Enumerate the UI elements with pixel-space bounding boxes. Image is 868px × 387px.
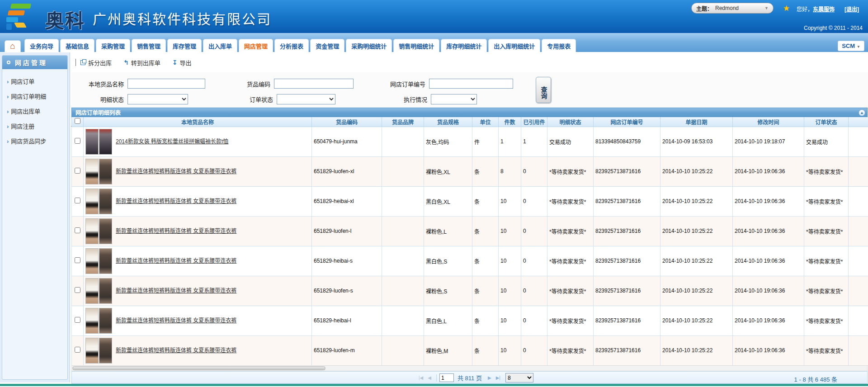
product-name-link[interactable]: 新款蕾丝连体裤短裤韩版连体裤 女夏系腰带连衣裤 (116, 317, 236, 324)
product-image[interactable] (99, 278, 112, 304)
row-checkbox[interactable] (75, 168, 80, 174)
nav-tab-1[interactable]: 基础信息 (60, 39, 94, 52)
column-header-order_no[interactable]: 网店订单编号 (594, 117, 660, 127)
collapse-icon[interactable]: ▲ (859, 109, 865, 116)
cell-order_no: 823925713871616 (594, 186, 660, 216)
nav-tab-10[interactable]: 销售明细统计 (393, 39, 439, 52)
sidebar-item-2[interactable]: ›网店出库单 (7, 104, 67, 118)
scrollbar-thumb[interactable] (72, 366, 326, 370)
next-page-icon[interactable]: ▶ (488, 375, 491, 380)
product-name-link[interactable]: 2014新款女装 韩版宽松蕾丝接拼蝙蝠袖长款t恤 (116, 138, 228, 145)
sidebar-item-1[interactable]: ›网店订单明细 (7, 89, 67, 104)
product-image[interactable] (85, 189, 99, 214)
column-header-name[interactable]: 本地货品名称 (84, 117, 312, 127)
product-image[interactable] (99, 338, 112, 363)
product-cell: 新款蕾丝连体裤短裤韩版连体裤 女夏系腰带连衣裤 (85, 338, 310, 363)
page-number-input[interactable] (439, 373, 454, 382)
product-image[interactable] (85, 248, 99, 274)
row-checkbox[interactable] (75, 347, 80, 353)
product-name-link[interactable]: 新款蕾丝连体裤短裤韩版连体裤 女夏系腰带连衣裤 (116, 198, 236, 205)
sidebar-item-3[interactable]: ›网店注册 (7, 118, 67, 133)
product-image[interactable] (99, 189, 112, 214)
product-image[interactable] (99, 218, 112, 244)
product-image[interactable] (99, 129, 112, 155)
nav-tab-2[interactable]: 采购管理 (96, 39, 130, 52)
product-image[interactable] (85, 218, 99, 244)
column-header-spec[interactable]: 货品规格 (424, 117, 472, 127)
nav-tab-13[interactable]: 专用报表 (542, 39, 576, 52)
column-header-brand[interactable]: 货品品牌 (382, 117, 424, 127)
column-header-unit[interactable]: 单位 (472, 117, 499, 127)
search-button[interactable]: 查询 (536, 77, 551, 103)
filter-input-0[interactable] (127, 79, 205, 89)
page-size-select[interactable]: 8 (505, 373, 533, 382)
sidebar-item-label: 网店订单 (11, 78, 34, 85)
filter-input-2[interactable] (429, 79, 513, 89)
nav-tab-8[interactable]: 资金管理 (310, 39, 344, 52)
column-header-qty[interactable]: 件数 (499, 117, 521, 127)
column-header-code[interactable]: 货品编码 (312, 117, 382, 127)
column-header-modified[interactable]: 修改时间 (733, 117, 804, 127)
nav-tab-11[interactable]: 库存明细统计 (441, 39, 487, 52)
toolbar-button-0[interactable]: 拆分出库 (80, 58, 112, 67)
product-image[interactable] (85, 338, 99, 363)
column-header-extra[interactable]: 退 (849, 117, 868, 127)
nav-tab-9[interactable]: 采购明细统计 (346, 39, 392, 52)
theme-selector[interactable]: 主题： Redmond ▼ (691, 3, 774, 14)
row-checkbox[interactable] (75, 227, 80, 233)
row-checkbox[interactable] (75, 317, 80, 323)
prev-page-icon[interactable]: ◀ (428, 375, 431, 380)
product-name-link[interactable]: 新款蕾丝连体裤短裤韩版连体裤 女夏系腰带连衣裤 (116, 228, 236, 235)
product-image[interactable] (85, 308, 99, 334)
scm-button[interactable]: SCM▼ (838, 41, 864, 51)
product-image[interactable] (85, 129, 99, 155)
filter-input-1[interactable] (274, 79, 354, 89)
last-page-icon[interactable]: ▶| (496, 375, 500, 380)
home-tab[interactable]: ⌂ (5, 40, 21, 52)
row-checkbox[interactable] (75, 198, 80, 203)
filter-select-0[interactable] (127, 94, 188, 104)
horizontal-scrollbar[interactable] (71, 365, 868, 371)
product-name-link[interactable]: 新款蕾丝连体裤短裤韩版连体裤 女夏系腰带连衣裤 (116, 258, 236, 264)
logout-link[interactable]: [退出] (844, 5, 859, 13)
chevron-right-icon: › (7, 138, 9, 145)
username-link[interactable]: 东晨服饰 (813, 6, 835, 13)
product-name-link[interactable]: 新款蕾丝连体裤短裤韩版连体裤 女夏系腰带连衣裤 (116, 288, 236, 294)
toolbar-button-2[interactable]: ↧导出 (172, 58, 192, 67)
nav-tab-4[interactable]: 库存管理 (167, 39, 202, 52)
nav-tab-6[interactable]: 网店管理 (239, 39, 273, 52)
filter-select-1[interactable] (277, 94, 335, 104)
sidebar-item-0[interactable]: ›网店订单 (7, 74, 67, 89)
select-all-header[interactable] (72, 117, 84, 127)
product-image[interactable] (99, 308, 112, 334)
row-checkbox[interactable] (75, 257, 80, 263)
product-image[interactable] (85, 159, 99, 184)
row-checkbox[interactable] (75, 287, 80, 293)
chevron-down-icon: ▼ (764, 6, 769, 10)
column-header-order_status[interactable]: 订单状态 (804, 117, 849, 127)
nav-tab-0[interactable]: 业务向导 (24, 39, 59, 52)
product-image[interactable] (99, 159, 112, 184)
filter-select-2[interactable] (431, 94, 477, 104)
select-all-checkbox[interactable] (75, 118, 80, 124)
sidebar-item-4[interactable]: ›网店货品同步 (7, 133, 67, 148)
nav-tab-7[interactable]: 分析报表 (274, 39, 309, 52)
product-image[interactable] (99, 248, 112, 274)
column-header-detail_status[interactable]: 明细状态 (547, 117, 594, 127)
nav-tab-12[interactable]: 出入库明细统计 (488, 39, 540, 52)
product-image[interactable] (85, 278, 99, 304)
toolbar-buttons: 拆分出库↰转到出库单↧导出 (80, 58, 203, 67)
row-checkbox[interactable] (75, 138, 80, 144)
nav-tab-3[interactable]: 销售管理 (132, 39, 166, 52)
column-header-doc_date[interactable]: 单据日期 (660, 117, 733, 127)
nav-tab-5[interactable]: 出入库单 (203, 39, 237, 52)
filter-group-select-0: 明细状态 (71, 94, 188, 104)
record-range-label: 1 - 8 共 6 485 条 (794, 375, 837, 383)
toolbar-button-1[interactable]: ↰转到出库单 (123, 58, 160, 67)
product-name-link[interactable]: 新款蕾丝连体裤短裤韩版连体裤 女夏系腰带连衣裤 (116, 168, 236, 175)
favorite-star-icon[interactable]: ★ (783, 4, 790, 13)
first-page-icon[interactable]: |◀ (419, 375, 423, 380)
product-name-link[interactable]: 新款蕾丝连体裤短裤韩版连体裤 女夏系腰带连衣裤 (116, 347, 236, 354)
column-header-used[interactable]: 已引用件 (521, 117, 547, 127)
row-select-cell (72, 246, 84, 276)
